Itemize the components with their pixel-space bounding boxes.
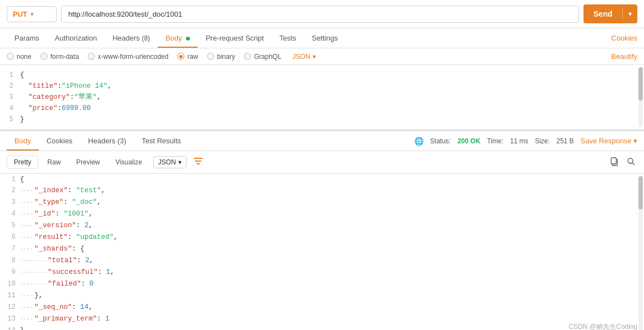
tab-headers[interactable]: Headers (8): [105, 28, 158, 48]
watermark: CSDN @鳞先生Coding: [568, 322, 637, 330]
format-chevron-icon: ▾: [178, 158, 182, 166]
svg-point-5: [628, 158, 633, 163]
globe-icon: 🌐: [414, 137, 424, 146]
tab-params[interactable]: Params: [7, 28, 47, 48]
time-label: Time:: [487, 137, 504, 145]
req-line-1: 1 {: [0, 69, 644, 81]
svg-rect-1: [195, 161, 202, 162]
radio-none[interactable]: none: [7, 53, 32, 61]
resp-line-1: 1 {: [0, 174, 644, 185]
radio-graphql[interactable]: GraphQL: [244, 53, 281, 61]
cookies-link[interactable]: Cookies: [611, 34, 637, 42]
view-mode-bar: Pretty Raw Preview Visualize JSON ▾: [0, 151, 644, 174]
svg-rect-4: [611, 158, 616, 164]
method-selector[interactable]: PUT ▾: [7, 6, 57, 22]
radio-binary[interactable]: binary: [207, 53, 235, 61]
body-dot-indicator: [186, 37, 190, 41]
req-line-3: 3 "category":"苹果",: [0, 92, 644, 103]
send-label: Send: [583, 9, 622, 18]
resp-line-10: 10 ········"failed": 0: [0, 278, 644, 290]
radio-urlencoded[interactable]: x-www-form-urlencoded: [88, 53, 168, 61]
resp-line-6: 6 ····"result": "updated",: [0, 232, 644, 243]
filter-button[interactable]: [189, 154, 208, 170]
resp-tab-headers[interactable]: Headers (3): [80, 131, 134, 151]
req-line-2: 2 "title":"iPhone 14",: [0, 81, 644, 92]
resp-tab-body[interactable]: Body: [7, 131, 39, 151]
size-value: 251 B: [556, 137, 573, 145]
response-body-panel: 1 { 2 ····"_index": "test", 3 ····"_type…: [0, 174, 644, 330]
resp-line-7: 7 ····"_shards": {: [0, 243, 644, 255]
send-button[interactable]: Send ▾: [583, 4, 637, 23]
copy-button[interactable]: [608, 156, 621, 169]
svg-rect-2: [197, 163, 200, 164]
resp-line-3: 3 ····"_type": "_doc",: [0, 197, 644, 208]
view-preview-button[interactable]: Preview: [69, 156, 107, 168]
response-status-area: 🌐 Status: 200 OK Time: 11 ms Size: 251 B…: [414, 137, 637, 146]
search-button[interactable]: [625, 156, 637, 169]
body-type-bar: none form-data x-www-form-urlencoded raw…: [0, 48, 644, 65]
resp-tab-cookies[interactable]: Cookies: [39, 131, 80, 151]
tab-settings[interactable]: Settings: [304, 28, 346, 48]
save-response-chevron: ▾: [633, 137, 637, 145]
method-chevron-icon: ▾: [31, 11, 33, 17]
size-label: Size:: [535, 137, 550, 145]
response-format-dropdown[interactable]: JSON ▾: [153, 156, 187, 168]
resp-line-13: 13 ····"_primary_term": 1: [0, 313, 644, 325]
method-label: PUT: [13, 10, 27, 18]
json-dropdown-chevron: ▾: [313, 53, 316, 61]
save-response-button[interactable]: Save Response ▾: [581, 137, 637, 145]
radio-circle-binary: [207, 53, 214, 60]
resp-line-11: 11 ····},: [0, 290, 644, 302]
radio-form-data[interactable]: form-data: [41, 53, 79, 61]
response-tab-bar: Body Cookies Headers (3) Test Results 🌐 …: [0, 131, 644, 151]
time-value: 11 ms: [510, 137, 529, 145]
view-pretty-button[interactable]: Pretty: [7, 156, 38, 169]
url-input[interactable]: [61, 6, 579, 23]
tab-body[interactable]: Body: [158, 28, 198, 48]
json-format-dropdown[interactable]: JSON ▾: [293, 53, 316, 61]
view-raw-button[interactable]: Raw: [41, 156, 67, 168]
status-label: Status:: [430, 137, 451, 145]
resp-line-12: 12 ····"_seq_no": 14,: [0, 302, 644, 313]
radio-circle-graphql: [244, 53, 251, 60]
send-arrow-icon: ▾: [623, 11, 637, 18]
tab-pre-request-script[interactable]: Pre-request Script: [198, 28, 271, 48]
editor-scrollbar-thumb: [638, 67, 643, 101]
request-body-editor[interactable]: 1 { 2 "title":"iPhone 14", 3 "category":…: [0, 65, 644, 131]
resp-line-2: 2 ····"_index": "test",: [0, 185, 644, 197]
resp-line-14: 14 }: [0, 325, 644, 330]
view-visualize-button[interactable]: Visualize: [109, 156, 149, 168]
svg-line-6: [632, 163, 635, 165]
editor-scrollbar[interactable]: [638, 67, 643, 127]
tab-authorization[interactable]: Authorization: [47, 28, 105, 48]
radio-circle-raw: [177, 53, 184, 60]
response-scrollbar-thumb: [638, 176, 643, 209]
response-action-icons: [608, 156, 637, 169]
request-tab-bar: Params Authorization Headers (8) Body Pr…: [0, 28, 644, 48]
resp-line-4: 4 ····"_id": "1001",: [0, 208, 644, 220]
req-line-4: 4 "price":6999.00: [0, 103, 644, 114]
req-line-5: 5 }: [0, 114, 644, 125]
response-scrollbar[interactable]: [638, 176, 643, 330]
url-bar: PUT ▾ Send ▾: [0, 0, 644, 28]
beautify-button[interactable]: Beautify: [611, 52, 637, 61]
tab-tests[interactable]: Tests: [271, 28, 304, 48]
resp-tab-test-results[interactable]: Test Results: [134, 131, 189, 151]
resp-line-9: 9 ········"successful": 1,: [0, 267, 644, 278]
radio-circle-urlencoded: [88, 53, 95, 60]
resp-line-5: 5 ····"_version": 2,: [0, 220, 644, 232]
svg-rect-0: [194, 158, 203, 159]
status-value: 200 OK: [457, 137, 480, 145]
radio-circle-form-data: [41, 53, 48, 60]
radio-circle-none: [7, 53, 14, 60]
resp-line-8: 8 ········"total": 2,: [0, 255, 644, 267]
radio-raw[interactable]: raw: [177, 53, 198, 61]
